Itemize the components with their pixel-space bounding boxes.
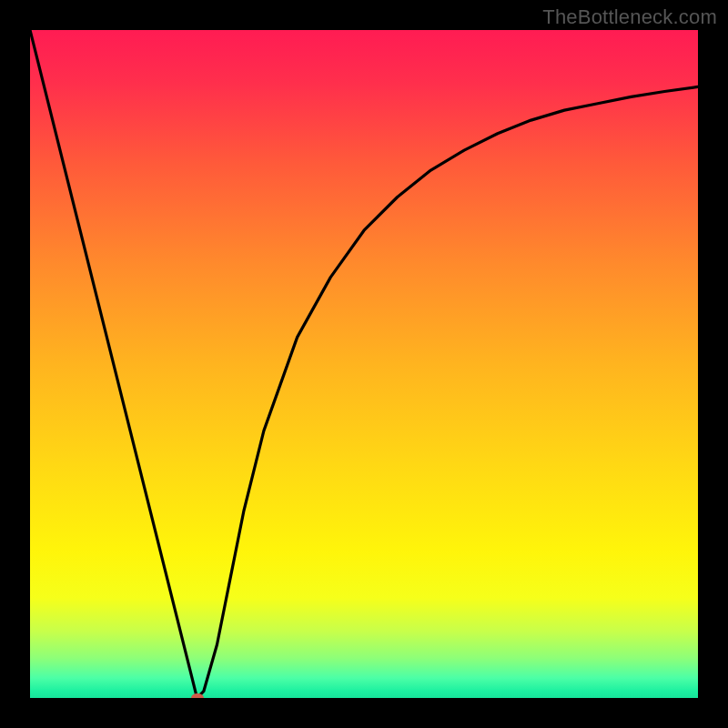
minimum-marker xyxy=(191,693,204,698)
chart-frame: TheBottleneck.com xyxy=(0,0,728,728)
attribution-text: TheBottleneck.com xyxy=(542,5,717,29)
bottleneck-curve xyxy=(30,30,698,698)
plot-area xyxy=(30,30,698,698)
